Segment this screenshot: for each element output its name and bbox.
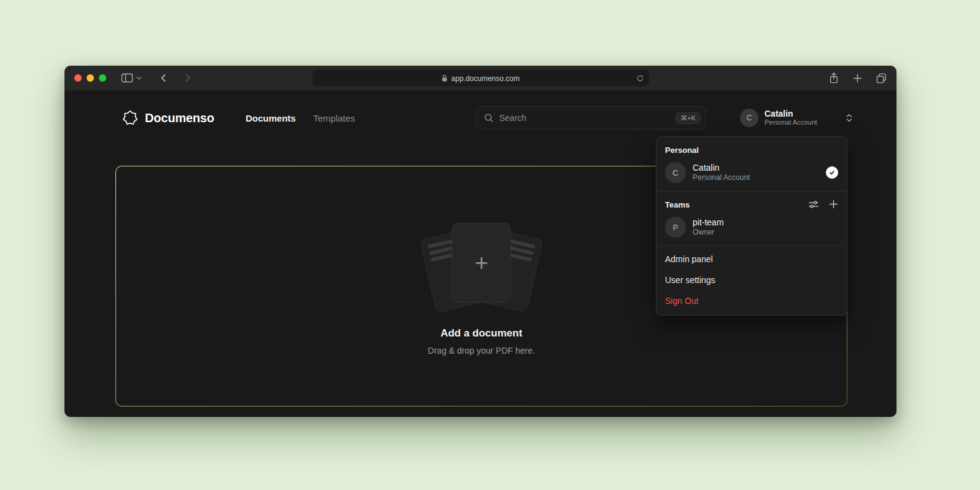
account-name: Catalin [764, 109, 817, 119]
sliders-icon [809, 200, 819, 209]
url-text: app.documenso.com [451, 74, 519, 82]
avatar: C [740, 109, 758, 127]
personal-section-label: Personal [656, 139, 847, 159]
refresh-icon[interactable] [636, 74, 644, 82]
sidebar-toggle-button[interactable] [121, 72, 142, 84]
back-arrow-icon [159, 73, 168, 83]
app-header: Documenso Documents Templates ⌘+K C Cata… [64, 106, 896, 130]
app-page: Documenso Documents Templates ⌘+K C Cata… [64, 90, 896, 417]
nav-documents[interactable]: Documents [246, 113, 296, 123]
dropzone-subtitle: Drag & drop your PDF here. [428, 346, 535, 356]
browser-titlebar: app.documenso.com [64, 66, 896, 90]
window-controls [74, 74, 106, 82]
search-icon [484, 113, 494, 123]
teams-section-header: Teams [656, 194, 847, 214]
personal-account-type: Personal Account [693, 173, 750, 183]
address-bar[interactable]: app.documenso.com [313, 70, 649, 87]
manage-teams-button[interactable] [809, 200, 819, 209]
create-team-button[interactable] [829, 200, 838, 209]
sidebar-icon [121, 72, 133, 84]
menu-divider [656, 246, 847, 246]
tab-overview-button[interactable] [876, 72, 887, 84]
account-menu-button[interactable]: C Catalin Personal Account [740, 106, 853, 130]
plus-icon [853, 74, 862, 83]
menu-item-user-settings[interactable]: User settings [656, 270, 847, 290]
lock-icon [441, 74, 448, 82]
dropzone-title: Add a document [440, 327, 522, 340]
nav-templates[interactable]: Templates [313, 113, 355, 123]
minimize-button[interactable] [87, 74, 94, 82]
search-input[interactable] [499, 113, 670, 123]
account-type: Personal Account [764, 119, 817, 126]
search-shortcut-badge: ⌘+K [675, 112, 701, 124]
browser-window: app.documenso.com [64, 66, 896, 417]
menu-item-sign-out[interactable]: Sign Out [656, 290, 847, 311]
add-document-card: + [452, 223, 511, 303]
account-dropdown-menu: Personal C Catalin Personal Account Team… [656, 136, 847, 316]
brand-name: Documenso [145, 111, 214, 125]
back-button[interactable] [159, 73, 168, 83]
avatar: P [665, 217, 686, 238]
titlebar-right-actions [828, 72, 887, 84]
zoom-button[interactable] [99, 74, 106, 82]
chevron-down-icon [136, 76, 142, 80]
share-icon [828, 72, 839, 84]
plus-icon: + [475, 251, 488, 274]
search-box: ⌘+K [476, 106, 706, 130]
personal-account-item[interactable]: C Catalin Personal Account [656, 159, 847, 190]
selected-check-icon [826, 166, 838, 179]
documenso-logo-icon [122, 110, 138, 126]
documents-illustration: + [414, 217, 549, 309]
teams-section-label: Teams [665, 200, 690, 209]
tabs-icon [876, 72, 887, 84]
menu-item-admin-panel[interactable]: Admin panel [656, 249, 847, 270]
forward-button[interactable] [184, 73, 192, 83]
close-button[interactable] [74, 74, 82, 82]
new-tab-button[interactable] [853, 74, 862, 83]
menu-divider [656, 191, 847, 192]
brand-logo-link[interactable]: Documenso [122, 110, 214, 126]
share-button[interactable] [828, 72, 839, 84]
team-item[interactable]: P pit-team Owner [656, 214, 847, 244]
avatar: C [665, 162, 686, 183]
team-name: pit-team [693, 217, 724, 228]
plus-icon [829, 200, 838, 209]
team-role: Owner [693, 228, 724, 238]
personal-account-name: Catalin [693, 163, 750, 173]
forward-arrow-icon [184, 73, 192, 83]
chevron-up-down-icon [846, 113, 853, 123]
history-navigation [159, 73, 192, 83]
